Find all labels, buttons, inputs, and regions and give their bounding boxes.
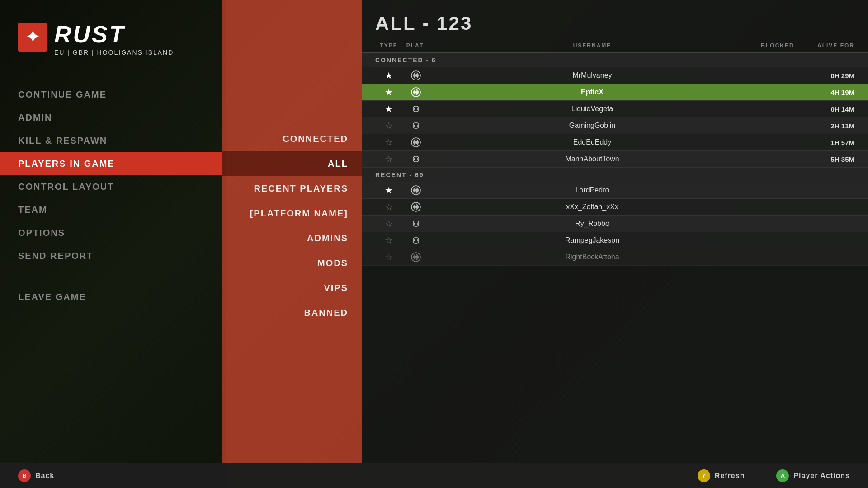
rust-logo-icon: ✦ — [18, 23, 47, 52]
alive-cell: 0H 14M — [800, 105, 854, 113]
player-row[interactable]: ☆ MannAboutTown 5H 35M — [362, 151, 868, 168]
svg-point-38 — [413, 255, 416, 259]
username-cell: GamingGoblin — [429, 122, 755, 130]
nav-control[interactable]: CONTROL LAYOUT — [0, 175, 222, 198]
platform-cell — [402, 185, 429, 196]
svg-point-32 — [417, 224, 418, 225]
back-action[interactable]: B Back — [18, 469, 54, 482]
svg-point-35 — [417, 239, 418, 240]
svg-point-28 — [416, 205, 419, 209]
a-button[interactable]: A — [776, 469, 789, 482]
svg-point-25 — [416, 188, 419, 192]
svg-point-24 — [413, 188, 416, 192]
username-cell: RampegJakeson — [429, 236, 755, 244]
username-cell: RightBockAttoha — [429, 253, 755, 261]
refresh-action[interactable]: Y Refresh — [698, 469, 745, 482]
nav-send-report[interactable]: SEND REPORT — [0, 244, 222, 267]
player-row[interactable]: ★ LiquidVegeta 0H 14M — [362, 101, 868, 117]
player-actions-action[interactable]: A Player Actions — [776, 469, 850, 482]
player-row[interactable]: ☆ RampegJakeson — [362, 232, 868, 249]
main-layout: ✦ RUST EU | GBR | HOOLIGANS ISLAND CONTI… — [0, 0, 868, 488]
player-row[interactable]: ☆ GamingGoblin 2H 11M — [362, 117, 868, 134]
username-cell: Ry_Robbo — [429, 220, 755, 228]
platform-cell — [402, 137, 429, 148]
nav-menu: CONTINUE GAME ADMIN KILL & RESPAWN PLAYE… — [0, 74, 222, 309]
server-info: EU | GBR | HOOLIGANS ISLAND — [54, 49, 174, 56]
username-cell: MrMulvaney — [429, 71, 755, 80]
platform-cell — [402, 154, 429, 164]
game-title: RUST — [54, 23, 174, 46]
y-button[interactable]: Y — [698, 469, 710, 482]
svg-point-14 — [417, 125, 418, 126]
star-cell: ★ — [375, 103, 402, 114]
nav-kill-respawn[interactable]: KILL & RESPAWN — [0, 129, 222, 152]
logo-text-block: RUST EU | GBR | HOOLIGANS ISLAND — [54, 23, 174, 56]
platform-cell — [402, 87, 429, 98]
star-cell: ☆ — [375, 252, 402, 263]
svg-point-7 — [416, 90, 419, 94]
username-cell: xXx_Zoltan_xXx — [429, 203, 755, 211]
player-row[interactable]: ★ LordPedro — [362, 182, 868, 199]
player-row[interactable]: ★ EpticX — [362, 84, 868, 101]
nav-options[interactable]: OPTIONS — [0, 221, 222, 244]
a-button-label: A — [781, 472, 785, 479]
platform-cell — [402, 120, 429, 131]
star-filled-icon: ★ — [385, 185, 393, 196]
nav-players[interactable]: PLAYERS IN GAME — [0, 152, 222, 175]
player-count-title: ALL - 123 — [375, 13, 854, 34]
player-row[interactable]: ☆ Ry_Robbo — [362, 216, 868, 232]
star-empty-icon: ☆ — [385, 218, 393, 229]
star-empty-icon: ☆ — [385, 137, 393, 148]
nav-continue[interactable]: CONTINUE GAME — [0, 83, 222, 106]
player-panel: ALL - 123 TYPE PLAT. USERNAME BLOCKED AL… — [362, 0, 868, 463]
username-cell: EpticX — [429, 88, 755, 96]
svg-point-10 — [417, 108, 418, 109]
player-row[interactable]: ☆ RightBockAttoha — [362, 249, 868, 266]
player-row[interactable]: ☆ xXx_Zoltan_xXx — [362, 199, 868, 216]
b-button-label: B — [22, 472, 26, 479]
platform-cell — [402, 218, 429, 229]
svg-point-21 — [417, 158, 418, 159]
svg-point-22 — [417, 159, 418, 160]
filter-banned[interactable]: BANNED — [222, 300, 362, 325]
header-type: TYPE — [375, 42, 402, 49]
sidebar: ✦ RUST EU | GBR | HOOLIGANS ISLAND CONTI… — [0, 0, 222, 463]
player-panel-header: ALL - 123 — [362, 0, 868, 39]
nav-team[interactable]: TEAM — [0, 198, 222, 221]
username-cell: LiquidVegeta — [429, 105, 755, 113]
platform-cell — [402, 252, 429, 263]
table-header: TYPE PLAT. USERNAME BLOCKED ALIVE FOR — [362, 39, 868, 53]
player-row[interactable]: ☆ EddEdEddy — [362, 134, 868, 151]
filter-admins[interactable]: ADMINS — [222, 226, 362, 251]
nav-leave[interactable]: LEAVE GAME — [0, 286, 222, 309]
alive-cell: 2H 11M — [800, 122, 854, 130]
svg-point-27 — [413, 205, 416, 209]
nav-admin[interactable]: ADMIN — [0, 106, 222, 129]
logo-area: ✦ RUST EU | GBR | HOOLIGANS ISLAND — [0, 14, 222, 74]
filter-connected[interactable]: CONNECTED — [222, 127, 362, 151]
refresh-label: Refresh — [715, 472, 745, 480]
star-empty-icon: ☆ — [385, 252, 393, 263]
star-empty-icon: ☆ — [385, 154, 393, 164]
svg-point-4 — [416, 74, 419, 77]
platform-cell — [402, 202, 429, 212]
svg-text:✦: ✦ — [26, 28, 39, 46]
filter-vips[interactable]: VIPS — [222, 276, 362, 300]
svg-point-31 — [417, 223, 418, 224]
player-row[interactable]: ★ MrMulvaney — [362, 67, 868, 84]
platform-cell — [402, 70, 429, 81]
bottom-bar: B Back Y Refresh A Player Actions — [0, 463, 868, 488]
recent-section-header: RECENT - 69 — [362, 168, 868, 182]
main-content: ✦ RUST EU | GBR | HOOLIGANS ISLAND CONTI… — [0, 0, 868, 463]
svg-point-18 — [416, 141, 419, 144]
filter-mods[interactable]: MODS — [222, 251, 362, 276]
b-button[interactable]: B — [18, 469, 31, 482]
star-cell: ☆ — [375, 235, 402, 246]
star-empty-icon: ☆ — [385, 235, 393, 246]
filter-recent[interactable]: RECENT PLAYERS — [222, 176, 362, 201]
alive-cell: 5H 35M — [800, 155, 854, 163]
filter-all[interactable]: ALL — [222, 151, 362, 176]
star-cell: ☆ — [375, 218, 402, 229]
filter-platform[interactable]: [PLATFORM NAME] — [222, 201, 362, 226]
star-cell: ☆ — [375, 154, 402, 164]
